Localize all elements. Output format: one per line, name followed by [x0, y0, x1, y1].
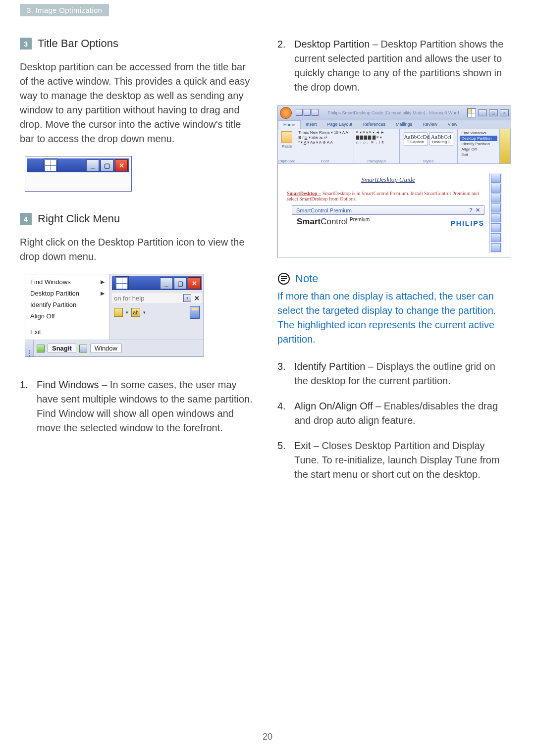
item-body: – Closes Desktop Partition and Display T…: [294, 440, 500, 480]
close-icon[interactable]: ✕: [194, 295, 200, 302]
maximize-icon[interactable]: ▢: [101, 159, 113, 171]
submenu-arrow-icon: ▶: [101, 279, 105, 285]
item-title: Find Windows: [37, 379, 99, 390]
tab-mailings[interactable]: Mailings: [391, 120, 418, 129]
partition-thumb-icon[interactable]: [190, 306, 200, 319]
partition-thumb-icon[interactable]: [491, 194, 501, 202]
tab-page-layout[interactable]: Page Layout: [322, 120, 358, 129]
dropdown-icon[interactable]: ▾: [183, 294, 191, 302]
menu-item-desktop-partition[interactable]: Desktop Partition ▶: [25, 288, 109, 299]
partition-thumb-icon[interactable]: [491, 174, 501, 183]
tab-view[interactable]: View: [443, 120, 463, 129]
menu-item-exit[interactable]: Exit: [460, 152, 497, 157]
partition-thumb-icon[interactable]: [491, 233, 501, 242]
tab-home[interactable]: Home: [278, 120, 301, 129]
app-icon[interactable]: [79, 345, 87, 353]
item-number: 5.: [277, 439, 287, 482]
quick-access-toolbar[interactable]: [296, 109, 320, 117]
submenu-arrow-icon: ▶: [101, 290, 105, 297]
item-title: Exit: [294, 440, 311, 451]
desktop-partition-icon[interactable]: [467, 108, 476, 117]
section-number-badge: 4: [20, 213, 32, 225]
taskbar-item-window[interactable]: Window: [90, 344, 122, 353]
partition-thumb-icon[interactable]: [491, 223, 501, 232]
close-icon[interactable]: ✕: [500, 109, 509, 116]
menu-label: Exit: [30, 328, 41, 336]
dropdown-icon[interactable]: ▾: [126, 310, 128, 315]
clipboard-group: Paste Clipboard: [278, 129, 296, 163]
section-title: Right Click Menu: [38, 212, 120, 225]
close-icon[interactable]: ✕: [188, 277, 201, 289]
menu-item-find-windows[interactable]: Find Windows: [460, 130, 497, 136]
section-title: Title Bar Options: [38, 37, 118, 50]
paragraph-group: ≡ ▾ ≡ ▾ ≡ ▾ ◄ ► ▇ ▇ ▇ ▇ ▇ ≡ ▾ ⎌ ▾ ▢ ▾ ✕ …: [354, 129, 400, 163]
hint-text: on for help: [114, 295, 144, 302]
note-body: If more than one display is attached, th…: [277, 289, 510, 347]
left-column: 3 Title Bar Options Desktop partition ca…: [20, 37, 253, 493]
section-4-heading: 4 Right Click Menu: [20, 212, 253, 225]
right-column: 2. Desktop Partition – Desktop Partition…: [277, 37, 510, 493]
page-number: 20: [0, 732, 535, 742]
menu-item-identify-partition[interactable]: Identify Partition: [25, 299, 109, 310]
style-box[interactable]: AaBbCcDd T Caption: [404, 132, 428, 146]
preview-titlebar: _ ▢ ✕: [112, 276, 202, 290]
context-menu: Find Windows ▶ Desktop Partition ▶ Ident…: [25, 274, 110, 340]
tab-references[interactable]: References: [358, 120, 391, 129]
word-titlebar: Philips SmartDesktop Guide [Compatibilit…: [278, 106, 511, 120]
minimize-icon[interactable]: _: [160, 277, 173, 289]
desktop-partition-icon[interactable]: [115, 276, 129, 290]
help-icon[interactable]: ?: [469, 207, 473, 213]
app-icon[interactable]: [37, 345, 45, 353]
menu-item-align-off[interactable]: Align Off: [25, 310, 109, 322]
tool-icon[interactable]: [114, 308, 123, 317]
window-title: Philips SmartDesktop Guide [Compatibilit…: [320, 110, 467, 115]
definition-list: 1. Find Windows – In some cases, the use…: [20, 378, 253, 435]
menu-item-identify-partition[interactable]: Identify Partition: [460, 141, 497, 147]
office-orb-icon[interactable]: [280, 107, 292, 119]
svg-rect-3: [281, 280, 285, 281]
partition-thumb-icon[interactable]: [500, 129, 511, 163]
menu-item-exit[interactable]: Exit: [25, 326, 109, 338]
group-label: Styles: [400, 159, 457, 163]
doc-title: SmartDesktop Guide: [287, 176, 489, 184]
menu-item-align-off[interactable]: Align Off: [460, 147, 497, 152]
close-icon[interactable]: ✕: [115, 159, 128, 171]
partition-thumb-icon[interactable]: [491, 184, 501, 193]
note-icon: [277, 272, 290, 285]
taskbar-item-snagit[interactable]: Snagit: [48, 344, 76, 353]
desktop-partition-icon[interactable]: [44, 158, 57, 172]
minimize-icon[interactable]: _: [478, 109, 487, 116]
menu-item-find-windows[interactable]: Find Windows ▶: [25, 276, 109, 288]
document-area: SmartDesktop Guide SmartDesktop – SmartD…: [278, 164, 511, 257]
section-3-heading: 3 Title Bar Options: [20, 37, 253, 50]
style-box[interactable]: AaBbCcl Heading 1: [429, 132, 453, 146]
item-title: Align On/Align Off: [294, 401, 373, 411]
paste-icon[interactable]: [281, 131, 292, 143]
item-number: 4.: [277, 399, 287, 428]
taskbar: Snagit Window: [25, 340, 204, 356]
menu-item-desktop-partition[interactable]: Desktop Partition: [460, 136, 497, 141]
maximize-icon[interactable]: ▢: [174, 277, 187, 289]
minimize-icon[interactable]: _: [86, 159, 99, 171]
dropdown-icon[interactable]: ▾: [143, 310, 146, 315]
partition-thumb-icon[interactable]: [491, 243, 501, 252]
dialog-titlebar: SmartControl Premium ?✕: [292, 205, 484, 215]
svg-rect-2: [281, 278, 287, 279]
highlight-icon[interactable]: ab: [131, 308, 140, 317]
group-label: Clipboard: [278, 159, 296, 163]
maximize-icon[interactable]: ▢: [489, 109, 498, 116]
brand-logo: PHILIPS: [451, 219, 484, 227]
list-item: 5. Exit – Closes Desktop Partition and D…: [277, 439, 510, 482]
close-icon[interactable]: ✕: [476, 207, 480, 213]
titlebar: _ ▢ ✕: [27, 158, 129, 172]
partition-thumb-icon[interactable]: [491, 203, 501, 212]
font-group: Times New Roma ▾ 10 ▾ A A B I U ▾ abe x₂…: [296, 129, 354, 163]
context-menu-figure: Find Windows ▶ Desktop Partition ▶ Ident…: [25, 274, 204, 357]
word-ribbon-figure: Philips SmartDesktop Guide [Compatibilit…: [277, 105, 511, 257]
partition-thumb-icon[interactable]: [491, 213, 501, 222]
dialog-title: SmartControl Premium: [296, 207, 352, 213]
tab-insert[interactable]: Insert: [301, 120, 322, 129]
list-item: 1. Find Windows – In some cases, the use…: [20, 378, 253, 435]
partition-side-panel: [489, 173, 502, 253]
tab-review[interactable]: Review: [418, 120, 443, 129]
